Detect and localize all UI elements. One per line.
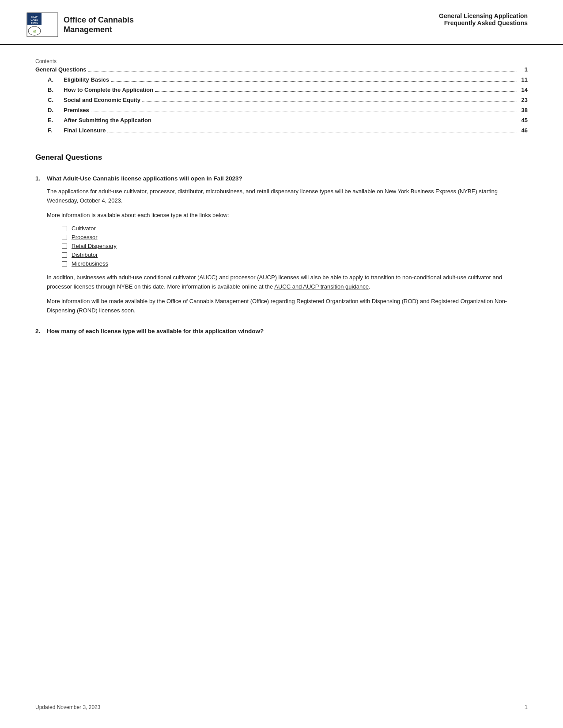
- checkbox-icon: [62, 252, 67, 258]
- toc-entries: A. Eligibility Basics 11 B. How to Compl…: [35, 76, 528, 134]
- license-link[interactable]: Cultivator: [72, 225, 96, 232]
- toc-section-title: Social and Economic Equity: [64, 97, 140, 103]
- page: NEW YORK STATE 🌿 Office of Cannabis Mana…: [0, 0, 563, 728]
- toc-letter: D.: [48, 107, 64, 113]
- toc-letter: C.: [48, 97, 64, 103]
- toc-section-title: How to Complete the Application: [64, 86, 153, 93]
- svg-text:STATE: STATE: [31, 22, 38, 24]
- toc-main-page: 1: [519, 66, 528, 73]
- general-questions-section: General Questions 1. What Adult-Use Cann…: [35, 153, 528, 334]
- footer-page-number: 1: [525, 704, 528, 710]
- toc-dots: [155, 91, 517, 92]
- toc-page-num: 38: [519, 107, 528, 113]
- toc-section-title: Premises: [64, 107, 89, 113]
- toc-entry-d[interactable]: D. Premises 38: [35, 107, 528, 113]
- license-link[interactable]: Microbusiness: [72, 260, 108, 267]
- table-of-contents: Contents General Questions 1 A. Eligibil…: [35, 58, 528, 134]
- toc-page-num: 46: [519, 127, 528, 134]
- question-1-after-para-1: In addition, businesses with adult-use c…: [47, 273, 528, 292]
- toc-main-entry[interactable]: General Questions 1: [35, 66, 528, 73]
- toc-section-title: After Submitting the Application: [64, 117, 151, 124]
- page-footer: Updated November 3, 2023 1: [35, 704, 528, 710]
- question-1-after-para-2: More information will be made available …: [47, 297, 528, 315]
- toc-entry-a[interactable]: A. Eligibility Basics 11: [35, 76, 528, 83]
- question-1-para-2: More information is available about each…: [47, 211, 528, 220]
- question-1-block: 1. What Adult-Use Cannabis license appli…: [35, 175, 528, 315]
- toc-entry-e[interactable]: E. After Submitting the Application 45: [35, 117, 528, 124]
- header-title: General Licensing Application Frequently…: [439, 12, 528, 26]
- main-content: Contents General Questions 1 A. Eligibil…: [0, 45, 563, 373]
- list-item: Distributor: [62, 251, 528, 258]
- toc-page-num: 23: [519, 97, 528, 103]
- list-item: Retail Dispensary: [62, 243, 528, 249]
- toc-main-title: General Questions: [35, 66, 87, 73]
- checkbox-icon: [62, 261, 67, 266]
- question-2-title: 2. How many of each license type will be…: [35, 328, 528, 334]
- toc-page-num: 45: [519, 117, 528, 124]
- header-title-line1: General Licensing Application: [439, 12, 528, 19]
- toc-entry-b[interactable]: B. How to Complete the Application 14: [35, 86, 528, 93]
- license-link[interactable]: Retail Dispensary: [72, 243, 117, 249]
- toc-entry-c[interactable]: C. Social and Economic Equity 23: [35, 97, 528, 103]
- aucc-aucp-link[interactable]: AUCC and AUCP transition guidance: [274, 283, 369, 290]
- svg-text:🌿: 🌿: [33, 30, 36, 33]
- license-type-list: Cultivator Processor Retail Dispensary D…: [62, 225, 528, 267]
- svg-text:NEW: NEW: [31, 15, 38, 18]
- checkbox-icon: [62, 226, 67, 231]
- header-title-line2: Frequently Asked Questions: [439, 19, 528, 26]
- section-heading: General Questions: [35, 153, 528, 162]
- question-2-block: 2. How many of each license type will be…: [35, 328, 528, 334]
- toc-letter: F.: [48, 127, 64, 134]
- toc-label: Contents: [35, 58, 528, 64]
- toc-letter: B.: [48, 86, 64, 93]
- toc-dots: [107, 132, 517, 132]
- toc-dots: [91, 112, 517, 112]
- toc-letter: E.: [48, 117, 64, 124]
- list-item: Microbusiness: [62, 260, 528, 267]
- question-1-title: 1. What Adult-Use Cannabis license appli…: [35, 175, 528, 182]
- page-header: NEW YORK STATE 🌿 Office of Cannabis Mana…: [0, 0, 563, 45]
- toc-page-num: 11: [519, 76, 528, 83]
- list-item: Cultivator: [62, 225, 528, 232]
- license-link[interactable]: Processor: [72, 234, 98, 240]
- toc-letter: A.: [48, 76, 64, 83]
- toc-page-num: 14: [519, 86, 528, 93]
- toc-dots: [142, 101, 517, 102]
- question-1-number: 1.: [35, 175, 44, 182]
- question-1-para-1: The applications for adult-use cultivato…: [47, 187, 528, 206]
- license-link[interactable]: Distributor: [72, 251, 98, 258]
- question-1-text: What Adult-Use Cannabis license applicat…: [47, 175, 242, 182]
- toc-dots: [153, 122, 517, 122]
- question-2-number: 2.: [35, 328, 44, 334]
- toc-entry-f[interactable]: F. Final Licensure 46: [35, 127, 528, 134]
- toc-dots: [111, 81, 517, 82]
- toc-dots: [88, 71, 517, 71]
- toc-section-title: Eligibility Basics: [64, 76, 109, 83]
- org-name: Office of Cannabis Management: [64, 15, 134, 35]
- checkbox-icon: [62, 244, 67, 249]
- footer-updated-date: Updated November 3, 2023: [35, 704, 100, 710]
- toc-section-title: Final Licensure: [64, 127, 106, 134]
- list-item: Processor: [62, 234, 528, 240]
- logo-area: NEW YORK STATE 🌿 Office of Cannabis Mana…: [26, 12, 134, 37]
- ny-state-logo: NEW YORK STATE 🌿: [26, 12, 58, 37]
- question-2-text: How many of each license type will be av…: [47, 328, 264, 334]
- checkbox-icon: [62, 235, 67, 240]
